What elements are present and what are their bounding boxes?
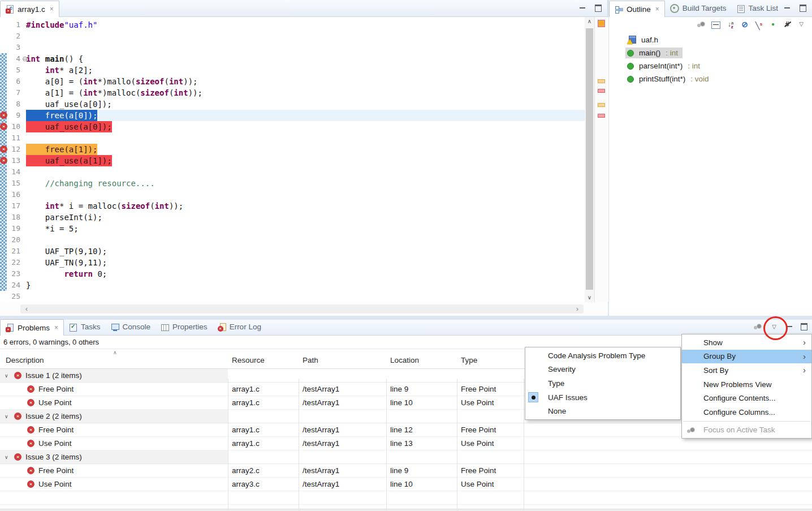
maximize-icon[interactable] xyxy=(801,323,807,330)
menu-item-sort-by[interactable]: Sort By› xyxy=(682,363,811,377)
submenu-item-none[interactable]: None xyxy=(525,404,680,418)
menu-item-show[interactable]: Show› xyxy=(682,336,811,350)
focus-icon[interactable] xyxy=(753,323,762,330)
code-line[interactable]: free(a[0]); xyxy=(26,110,585,121)
code-line[interactable] xyxy=(26,234,585,246)
code-line[interactable] xyxy=(26,132,585,144)
cell-type[interactable]: Use Point xyxy=(457,437,524,450)
code-area[interactable]: #include"uaf.h"int main() { int* a[2]; a… xyxy=(26,17,585,302)
cell-loc[interactable] xyxy=(386,410,457,423)
cell-loc[interactable] xyxy=(386,450,457,463)
cell-res[interactable]: array3.c xyxy=(228,478,299,491)
error-marker-icon[interactable]: × xyxy=(0,111,7,119)
close-icon[interactable]: × xyxy=(655,6,659,12)
cell-path[interactable]: /testArray1 xyxy=(299,396,386,409)
tab-tasks[interactable]: Tasks xyxy=(64,319,106,335)
code-line[interactable]: UAF_TP(9,10); xyxy=(26,246,585,257)
cell-type[interactable] xyxy=(457,410,524,423)
cell-type[interactable]: Use Point xyxy=(457,478,524,491)
cell-path[interactable]: /testArray1 xyxy=(299,478,386,491)
code-line[interactable]: UAF_TN(9,11); xyxy=(26,257,585,268)
cell-description[interactable]: ∨×Issue 3 (2 items) xyxy=(0,450,228,463)
code-line[interactable]: uaf_use(a[1]); xyxy=(26,155,585,166)
overview-selected-mark[interactable] xyxy=(598,20,605,27)
cell-description[interactable]: ×Use Point xyxy=(0,396,228,409)
focus-icon[interactable] xyxy=(697,21,705,28)
minimize-icon[interactable] xyxy=(784,5,791,11)
scrollbar-track[interactable]: ‹ › xyxy=(20,304,584,314)
submenu-item-code-analysis-problem-type[interactable]: Code Analysis Problem Type xyxy=(525,349,680,363)
close-icon[interactable]: × xyxy=(54,324,58,331)
cell-path[interactable] xyxy=(299,369,386,382)
code-line[interactable]: parseInt(i); xyxy=(26,212,585,223)
cell-type[interactable] xyxy=(457,369,524,382)
column-header-description[interactable]: Description xyxy=(0,356,228,368)
code-line[interactable] xyxy=(26,42,585,53)
minimize-icon[interactable] xyxy=(580,5,586,11)
hide-static-members-icon[interactable]: ╲s xyxy=(755,20,763,29)
cell-type[interactable]: Use Point xyxy=(457,396,524,409)
code-line[interactable]: int* i = malloc(sizeof(int)); xyxy=(26,200,585,212)
cell-path[interactable] xyxy=(299,410,386,423)
code-line[interactable] xyxy=(26,166,585,178)
scrollbar-thumb[interactable] xyxy=(586,28,593,290)
scroll-up-icon[interactable]: ∧ xyxy=(585,17,594,26)
tab-build-targets[interactable]: Build Targets xyxy=(665,0,732,16)
cell-path[interactable]: /testArray1 xyxy=(299,383,386,396)
cell-loc[interactable]: line 13 xyxy=(386,437,457,450)
tab-task-list[interactable]: Task List xyxy=(732,0,784,16)
editor-vertical-scrollbar[interactable]: ∧ ∨ xyxy=(585,17,594,302)
cell-path[interactable]: /testArray1 xyxy=(299,423,386,436)
cell-type[interactable]: Free Point xyxy=(457,423,524,436)
code-line[interactable]: free(a[1]); xyxy=(26,144,585,155)
cell-type[interactable] xyxy=(457,450,524,463)
tab-error-log[interactable]: Error Log xyxy=(213,319,266,335)
menu-item-new-problems-view[interactable]: New Problems View xyxy=(682,377,811,392)
code-editor[interactable]: 1234⊖5678×9×1011×12×13141516171819202122… xyxy=(0,17,585,302)
outline-item-printStuffint[interactable]: printStuff(int*) : void xyxy=(609,72,812,85)
outline-item-uafh[interactable]: uaf.h xyxy=(609,33,812,46)
column-header-type[interactable]: Type xyxy=(457,356,524,368)
column-header-location[interactable]: Location xyxy=(386,356,457,368)
expand-chevron-icon[interactable]: ∨ xyxy=(5,373,10,379)
bottom-scrollbar-track[interactable] xyxy=(0,509,812,511)
code-line[interactable] xyxy=(26,291,585,302)
tab-problems[interactable]: ×Problems× xyxy=(0,319,64,336)
error-marker-icon[interactable]: × xyxy=(0,123,7,130)
hide-fields-icon[interactable]: ⊘ xyxy=(741,20,749,29)
problem-row[interactable]: ×Use Pointarray1.c/testArray1line 13Use … xyxy=(0,437,812,450)
code-line[interactable]: a[1] = (int*)malloc(sizeof(int)); xyxy=(26,87,585,98)
code-line[interactable]: int main() { xyxy=(26,53,585,65)
cell-res[interactable]: array1.c xyxy=(228,423,299,436)
cell-res[interactable]: array2.c xyxy=(228,464,299,477)
code-line[interactable]: #include"uaf.h" xyxy=(26,19,585,31)
tab-array1.c[interactable]: ×array1.c× xyxy=(0,1,59,17)
error-marker-icon[interactable]: × xyxy=(0,157,7,164)
submenu-item-uaf-issues[interactable]: UAF Issues xyxy=(525,390,680,405)
cell-loc[interactable]: line 12 xyxy=(386,423,457,436)
cell-loc[interactable] xyxy=(299,491,386,504)
cell-loc[interactable]: line 9 xyxy=(386,383,457,396)
column-separator[interactable] xyxy=(524,379,524,511)
cell-description[interactable]: ∨×Issue 1 (2 items) xyxy=(0,369,228,382)
fold-collapse-icon[interactable]: ⊖ xyxy=(22,53,28,65)
collapse-all-icon[interactable] xyxy=(711,22,720,29)
close-icon[interactable]: × xyxy=(50,6,54,12)
column-separator[interactable] xyxy=(386,379,387,511)
sort-alphabetically-icon[interactable]: ↓az xyxy=(727,20,735,29)
column-separator[interactable] xyxy=(228,379,228,511)
cell-res[interactable] xyxy=(228,450,299,463)
code-line[interactable]: uaf_use(a[0]); xyxy=(26,98,585,110)
cell-res[interactable] xyxy=(228,410,299,423)
code-line[interactable]: //changing resource.... xyxy=(26,178,585,189)
column-header-path[interactable]: Path xyxy=(299,356,386,368)
cell-loc[interactable]: line 10 xyxy=(386,396,457,409)
cell-res[interactable]: array1.c xyxy=(228,437,299,450)
cell-loc[interactable] xyxy=(386,369,457,382)
overview-free-point-mark[interactable] xyxy=(598,103,605,107)
maximize-icon[interactable] xyxy=(800,5,806,12)
scroll-left-icon[interactable]: ‹ xyxy=(22,304,31,314)
editor-horizontal-scrollbar[interactable]: ‹ › xyxy=(0,302,608,316)
column-header-resource[interactable]: Resource xyxy=(228,356,299,368)
cell-path[interactable]: /testArray1 xyxy=(299,437,386,450)
